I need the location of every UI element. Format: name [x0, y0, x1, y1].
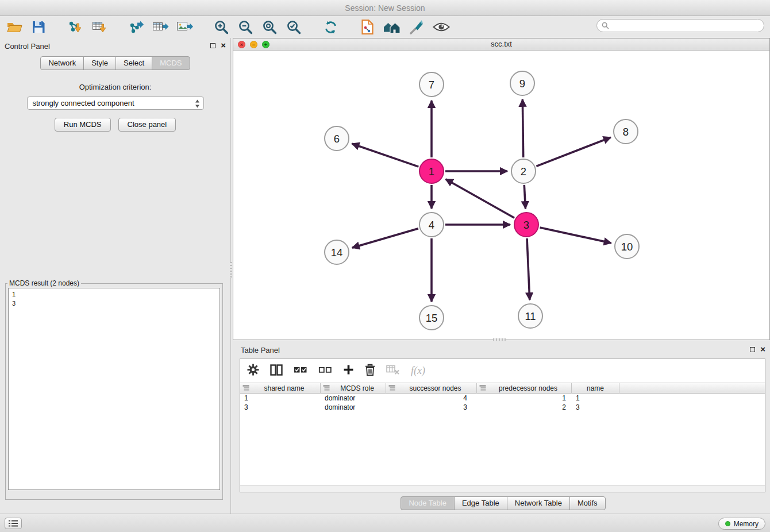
graph-node[interactable]: 8 — [614, 119, 638, 144]
refresh-view-icon[interactable] — [322, 18, 339, 36]
search-input[interactable] — [612, 21, 759, 30]
close-panel-icon[interactable]: × — [221, 41, 226, 49]
graph-node-label: 7 — [429, 79, 434, 91]
window-minimize-icon[interactable]: − — [250, 41, 257, 48]
import-network-icon[interactable] — [67, 18, 84, 36]
tab-node-table[interactable]: Node Table — [401, 496, 455, 510]
table-horizontal-scrollbar[interactable] — [240, 485, 765, 492]
graph-node[interactable]: 9 — [510, 71, 534, 95]
graph-edge[interactable] — [352, 229, 418, 248]
show-columns-icon[interactable] — [270, 364, 283, 378]
column-header-predecessor-nodes[interactable]: predecessor nodes — [477, 383, 572, 394]
graph-node[interactable]: 15 — [419, 306, 444, 330]
mcds-result-list: 1 3 — [8, 288, 220, 490]
save-session-icon[interactable] — [30, 18, 47, 36]
mcds-result-group: MCDS result (2 nodes) 1 3 — [5, 279, 223, 500]
column-header-filler — [619, 383, 765, 394]
network-window-titlebar: × − + scc.txt — [233, 38, 769, 51]
network-file-icon[interactable] — [359, 18, 376, 36]
delete-column-icon[interactable] — [365, 364, 375, 378]
graph-node[interactable]: 11 — [518, 304, 542, 328]
tab-style[interactable]: Style — [83, 56, 116, 70]
export-network-icon[interactable] — [128, 18, 145, 36]
close-panel-button[interactable]: Close panel — [118, 118, 176, 132]
table-row[interactable]: 1 dominator 4 1 1 — [240, 394, 765, 403]
tab-motifs[interactable]: Motifs — [569, 496, 606, 510]
criterion-dropdown[interactable]: strongly connected component — [27, 97, 204, 110]
graph-edge[interactable] — [445, 179, 514, 218]
graph-node[interactable]: 1 — [419, 159, 444, 183]
graph-edge[interactable] — [536, 137, 611, 166]
graph-node[interactable]: 4 — [419, 213, 444, 237]
apply-style-icon[interactable] — [408, 18, 425, 36]
show-hide-icon[interactable] — [432, 18, 451, 36]
delete-table-icon[interactable] — [386, 364, 400, 377]
graph-edge[interactable] — [524, 185, 525, 209]
window-zoom-icon[interactable]: + — [262, 41, 270, 48]
network-canvas[interactable]: 7968124314101511 — [233, 51, 769, 340]
table-tabs: Node Table Edge Table Network Table Moti… — [236, 496, 770, 510]
graph-node-label: 11 — [525, 310, 536, 322]
run-mcds-button[interactable]: Run MCDS — [55, 118, 111, 132]
horizontal-splitter-handle[interactable] — [493, 338, 506, 341]
close-table-panel-icon[interactable]: × — [760, 345, 765, 353]
table-toolbar: f(x) — [240, 359, 765, 383]
export-image-icon[interactable] — [176, 18, 193, 36]
float-table-panel-icon[interactable] — [750, 347, 755, 352]
zoom-fit-icon[interactable] — [261, 18, 278, 36]
import-table-icon[interactable] — [91, 18, 108, 36]
graph-edge[interactable] — [540, 228, 611, 243]
graph-node[interactable]: 14 — [325, 240, 349, 264]
table-header-row: shared name MCDS role successor nodes pr… — [240, 383, 765, 394]
tab-mcds[interactable]: MCDS — [152, 56, 190, 70]
zoom-in-icon[interactable] — [213, 18, 230, 36]
tab-select[interactable]: Select — [116, 56, 152, 70]
cell-name[interactable]: 3 — [572, 403, 619, 412]
graph-node-label: 1 — [429, 165, 434, 178]
tab-edge-table[interactable]: Edge Table — [454, 496, 507, 510]
task-history-button[interactable] — [5, 518, 22, 529]
unselect-all-columns-icon[interactable] — [318, 365, 332, 377]
cell-successor-nodes[interactable]: 4 — [386, 394, 477, 403]
cell-shared-name[interactable]: 3 — [240, 403, 321, 412]
tab-network-table[interactable]: Network Table — [507, 496, 570, 510]
window-close-icon[interactable]: × — [238, 41, 245, 48]
add-column-icon[interactable] — [343, 364, 354, 377]
zoom-out-icon[interactable] — [237, 18, 254, 36]
float-panel-icon[interactable] — [210, 43, 215, 48]
graph-edge[interactable] — [522, 99, 523, 157]
cell-successor-nodes[interactable]: 3 — [386, 403, 477, 412]
graph-edge[interactable] — [527, 238, 530, 300]
settings-gear-icon[interactable] — [247, 364, 259, 378]
select-all-columns-icon[interactable] — [294, 365, 307, 377]
control-panel-tabs: Network Style Select MCDS — [0, 54, 230, 70]
cell-name[interactable]: 1 — [572, 394, 619, 403]
graph-node[interactable]: 10 — [615, 234, 639, 259]
cell-shared-name[interactable]: 1 — [240, 394, 321, 403]
result-line: 1 — [12, 290, 216, 299]
cell-predecessor-nodes[interactable]: 1 — [477, 394, 572, 403]
vertical-splitter-handle[interactable] — [230, 262, 232, 278]
column-header-shared-name[interactable]: shared name — [240, 383, 321, 394]
table-row[interactable]: 3 dominator 3 2 3 — [240, 403, 765, 412]
graph-node[interactable]: 6 — [325, 126, 349, 151]
graph-edge[interactable] — [352, 144, 418, 167]
first-neighbors-icon[interactable] — [383, 18, 401, 36]
column-header-name[interactable]: name — [572, 383, 619, 394]
column-header-mcds-role[interactable]: MCDS role — [321, 383, 386, 394]
graph-node[interactable]: 2 — [511, 159, 536, 183]
cell-predecessor-nodes[interactable]: 2 — [477, 403, 572, 412]
dropdown-arrows-icon — [195, 99, 200, 108]
graph-node[interactable]: 7 — [419, 72, 444, 97]
zoom-selected-icon[interactable] — [285, 18, 302, 36]
tab-network[interactable]: Network — [40, 56, 84, 70]
open-file-icon[interactable] — [6, 18, 23, 36]
function-builder-icon[interactable]: f(x) — [411, 365, 425, 377]
column-header-successor-nodes[interactable]: successor nodes — [386, 383, 477, 394]
cell-mcds-role[interactable]: dominator — [321, 403, 386, 412]
search-box[interactable] — [596, 19, 764, 32]
export-table-icon[interactable] — [152, 18, 169, 36]
cell-mcds-role[interactable]: dominator — [321, 394, 386, 403]
graph-node[interactable]: 3 — [514, 213, 538, 237]
memory-button[interactable]: Memory — [718, 518, 765, 530]
